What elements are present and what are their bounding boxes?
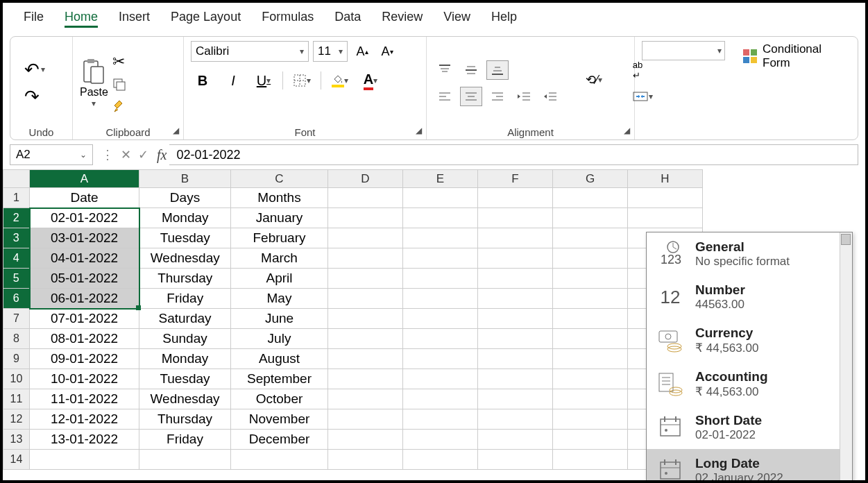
cell[interactable]: 02-01-2022 bbox=[30, 208, 139, 228]
format-painter-button[interactable] bbox=[112, 99, 128, 114]
cell[interactable] bbox=[328, 430, 403, 450]
align-center-button[interactable] bbox=[460, 87, 482, 106]
cell[interactable]: Friday bbox=[139, 289, 231, 309]
align-bottom-button[interactable] bbox=[486, 60, 509, 80]
cell[interactable]: July bbox=[231, 329, 328, 349]
cell[interactable] bbox=[553, 389, 628, 409]
cancel-formula-button[interactable]: ✕ bbox=[121, 147, 131, 162]
cell[interactable] bbox=[478, 309, 553, 329]
cell[interactable]: 12-01-2022 bbox=[30, 409, 139, 430]
format-option-shortdate[interactable]: Short Date 02-01-2022 bbox=[647, 406, 852, 449]
cell[interactable] bbox=[139, 450, 231, 470]
cell[interactable] bbox=[478, 450, 553, 470]
cell[interactable]: Thursday bbox=[139, 269, 231, 289]
cell[interactable]: Thursday bbox=[139, 409, 231, 430]
cell[interactable] bbox=[553, 369, 628, 389]
cell[interactable] bbox=[231, 450, 328, 470]
row-header[interactable]: 7 bbox=[3, 309, 30, 329]
tab-file[interactable]: File bbox=[24, 8, 44, 28]
cell[interactable]: Monday bbox=[139, 349, 231, 369]
cell[interactable] bbox=[553, 208, 628, 228]
decrease-font-button[interactable]: A▾ bbox=[377, 41, 398, 62]
formula-options-icon[interactable]: ⋮ bbox=[101, 147, 114, 162]
tab-view[interactable]: View bbox=[443, 8, 470, 28]
cell[interactable]: 04-01-2022 bbox=[30, 248, 139, 269]
conditional-formatting-button[interactable]: Conditional Form bbox=[739, 40, 851, 73]
col-header-d[interactable]: D bbox=[328, 170, 403, 188]
row-header[interactable]: 6 bbox=[3, 289, 30, 309]
cell[interactable] bbox=[478, 289, 553, 309]
align-left-button[interactable] bbox=[434, 87, 456, 106]
row-header[interactable]: 13 bbox=[3, 430, 30, 450]
cell[interactable]: March bbox=[231, 248, 328, 269]
cell[interactable] bbox=[403, 188, 478, 208]
redo-button[interactable]: ↷ bbox=[24, 86, 45, 108]
cell[interactable]: Tuesday bbox=[139, 369, 231, 389]
cell[interactable]: 11-01-2022 bbox=[30, 389, 139, 409]
cell[interactable] bbox=[403, 289, 478, 309]
row-header[interactable]: 10 bbox=[3, 369, 30, 389]
cell[interactable] bbox=[403, 208, 478, 228]
col-header-b[interactable]: B bbox=[139, 170, 231, 188]
format-option-number[interactable]: 12 Number 44563.00 bbox=[647, 276, 852, 319]
font-size-select[interactable]: 11▾ bbox=[313, 41, 348, 62]
col-header-e[interactable]: E bbox=[403, 170, 478, 188]
font-name-select[interactable]: Calibri▾ bbox=[191, 41, 309, 62]
col-header-c[interactable]: C bbox=[231, 170, 328, 188]
borders-button[interactable]: ▾ bbox=[290, 70, 314, 91]
align-top-button[interactable] bbox=[434, 60, 456, 80]
cell[interactable] bbox=[553, 450, 628, 470]
cell[interactable] bbox=[478, 269, 553, 289]
align-right-button[interactable] bbox=[486, 87, 509, 106]
orientation-button[interactable]: ⟲⁄ ▾ bbox=[578, 70, 610, 90]
underline-button[interactable]: U ▾ bbox=[252, 70, 275, 91]
cell[interactable]: February bbox=[231, 228, 328, 248]
cell[interactable] bbox=[553, 228, 628, 248]
cell[interactable]: Months bbox=[231, 188, 328, 208]
cell[interactable] bbox=[553, 248, 628, 269]
col-header-g[interactable]: G bbox=[553, 170, 628, 188]
format-option-longdate[interactable]: Long Date 02 January 2022 bbox=[647, 449, 852, 480]
cell[interactable] bbox=[328, 409, 403, 430]
cell[interactable] bbox=[403, 309, 478, 329]
cell[interactable]: 05-01-2022 bbox=[30, 269, 139, 289]
row-header[interactable]: 11 bbox=[3, 389, 30, 409]
accept-formula-button[interactable]: ✓ bbox=[138, 147, 148, 162]
format-option-general[interactable]: 123 General No specific format bbox=[647, 232, 852, 276]
cell[interactable] bbox=[478, 188, 553, 208]
cell[interactable]: 03-01-2022 bbox=[30, 228, 139, 248]
copy-button[interactable] bbox=[112, 78, 128, 92]
cell[interactable]: January bbox=[231, 208, 328, 228]
tab-home[interactable]: Home bbox=[65, 8, 98, 28]
cell[interactable]: September bbox=[231, 369, 328, 389]
cell[interactable] bbox=[553, 309, 628, 329]
increase-indent-button[interactable] bbox=[539, 87, 561, 106]
cell[interactable]: 06-01-2022 bbox=[30, 289, 139, 309]
cell[interactable] bbox=[328, 309, 403, 329]
cell[interactable]: 09-01-2022 bbox=[30, 349, 139, 369]
cell[interactable]: 10-01-2022 bbox=[30, 369, 139, 389]
cell[interactable]: 13-01-2022 bbox=[30, 430, 139, 450]
cell[interactable] bbox=[628, 208, 703, 228]
row-header[interactable]: 8 bbox=[3, 329, 30, 349]
alignment-launcher[interactable]: ◢ bbox=[624, 126, 630, 135]
decrease-indent-button[interactable] bbox=[513, 87, 535, 106]
cell[interactable] bbox=[553, 430, 628, 450]
tab-data[interactable]: Data bbox=[334, 8, 361, 28]
cell[interactable] bbox=[553, 409, 628, 430]
paste-button[interactable]: Paste ▾ bbox=[80, 58, 108, 108]
cell[interactable]: Date bbox=[30, 188, 139, 208]
cell[interactable]: Wednesday bbox=[139, 389, 231, 409]
row-header[interactable]: 1 bbox=[3, 188, 30, 208]
cell[interactable]: Friday bbox=[139, 430, 231, 450]
cell[interactable] bbox=[403, 389, 478, 409]
cell[interactable]: April bbox=[231, 269, 328, 289]
cell[interactable] bbox=[328, 450, 403, 470]
cell[interactable]: October bbox=[231, 389, 328, 409]
cell[interactable] bbox=[478, 329, 553, 349]
col-header-h[interactable]: H bbox=[628, 170, 703, 188]
cell[interactable] bbox=[553, 188, 628, 208]
cell[interactable] bbox=[328, 208, 403, 228]
clipboard-launcher[interactable]: ◢ bbox=[173, 126, 179, 135]
align-middle-button[interactable] bbox=[460, 60, 482, 80]
